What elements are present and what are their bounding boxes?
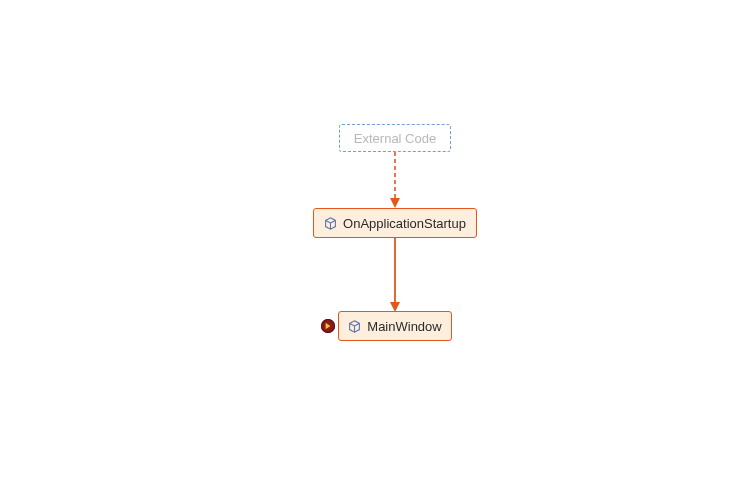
- node-label: MainWindow: [367, 319, 441, 334]
- method-cube-icon: [324, 217, 337, 230]
- svg-marker-4: [326, 323, 331, 329]
- node-main-window[interactable]: MainWindow: [338, 311, 452, 341]
- node-external-code[interactable]: External Code: [339, 124, 451, 152]
- node-on-application-startup[interactable]: OnApplicationStartup: [313, 208, 477, 238]
- breakpoint-icon[interactable]: [321, 319, 335, 333]
- node-label: OnApplicationStartup: [343, 216, 466, 231]
- edge-startup-to-main: [389, 238, 401, 312]
- method-cube-icon: [348, 320, 361, 333]
- svg-marker-1: [390, 198, 400, 208]
- node-label: External Code: [354, 131, 436, 146]
- edge-external-to-startup: [389, 152, 401, 208]
